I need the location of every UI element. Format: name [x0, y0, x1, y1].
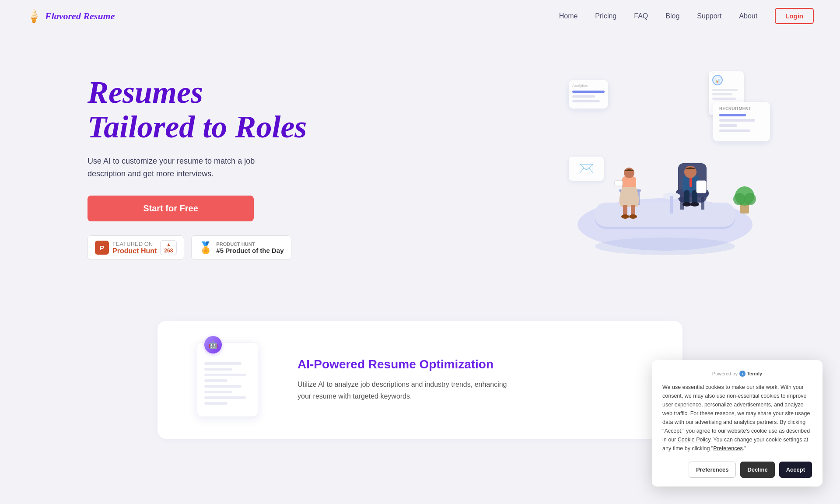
- nav-about[interactable]: About: [739, 12, 757, 20]
- badge-award-info: PRODUCT HUNT #5 Product of the Day: [216, 242, 284, 254]
- nav-links: Home Pricing FAQ Blog Support About Logi…: [559, 8, 814, 24]
- badge-upvote-count: ▲ 268: [160, 240, 177, 255]
- top-left-card: Analytics: [569, 80, 608, 108]
- resume-line-4: [204, 379, 228, 382]
- hero-section: Resumes Tailored to Roles Use AI to cust…: [0, 32, 840, 294]
- resume-line-2: [204, 368, 232, 371]
- badge-ph-info: FEATURED ON Product Hunt: [112, 241, 157, 255]
- svg-point-29: [744, 193, 756, 205]
- chart-circle: 📊: [712, 75, 723, 85]
- doc-lines: [712, 89, 740, 100]
- nav-home[interactable]: Home: [559, 12, 578, 20]
- accept-button[interactable]: Accept: [779, 462, 812, 478]
- resume-line-3: [204, 374, 246, 376]
- isometric-scene: 📊 RECRUITMENT ✉️: [560, 58, 779, 259]
- svg-point-24: [690, 202, 699, 206]
- feature-text: AI-Powered Resume Optimization Utilize A…: [298, 357, 516, 402]
- termly-icon: T: [739, 371, 746, 377]
- svg-rect-21: [684, 190, 690, 203]
- badge-featured-on: FEATURED ON: [112, 241, 157, 247]
- resume-line-8: [204, 402, 228, 405]
- brand-name: Flavored Resume: [45, 10, 115, 22]
- svg-point-23: [682, 202, 691, 206]
- award-badge[interactable]: 🏅 PRODUCT HUNT #5 Product of the Day: [191, 235, 291, 260]
- svg-rect-2: [595, 203, 735, 227]
- navbar: 🍦 Flavored Resume Home Pricing FAQ Blog …: [0, 0, 840, 32]
- svg-rect-9: [623, 205, 627, 216]
- cookie-buttons: Preferences Decline Accept: [662, 462, 812, 478]
- feature-description: Utilize AI to analyze job descriptions a…: [298, 378, 516, 402]
- medal-icon: 🏅: [199, 241, 213, 255]
- svg-rect-25: [696, 181, 706, 193]
- svg-rect-31: [670, 196, 673, 214]
- resume-line-5: [204, 385, 242, 388]
- hero-illustration: 📊 RECRUITMENT ✉️: [560, 58, 814, 277]
- feature-icon-area: 🤖: [184, 343, 271, 417]
- avatar-icon: 🤖: [204, 336, 222, 354]
- hero-content: Resumes Tailored to Roles Use AI to cust…: [88, 75, 307, 260]
- cookie-body-text: We use essential cookies to make our sit…: [662, 383, 812, 453]
- svg-point-28: [733, 193, 746, 205]
- decline-button[interactable]: Decline: [740, 462, 774, 478]
- resume-mockup: 🤖: [197, 343, 258, 417]
- upvote-arrow: ▲: [166, 242, 171, 248]
- hero-badges: P FEATURED ON Product Hunt ▲ 268 🏅 PRODU…: [88, 235, 307, 260]
- analytics-lines: [572, 91, 605, 102]
- resume-line-1: [204, 362, 242, 365]
- logo-icon: 🍦: [26, 9, 42, 23]
- nav-blog[interactable]: Blog: [665, 12, 679, 20]
- logo-link[interactable]: 🍦 Flavored Resume: [26, 9, 115, 23]
- resume-line-6: [204, 391, 232, 393]
- badge-award-label: PRODUCT HUNT: [216, 242, 284, 247]
- svg-rect-19: [690, 177, 692, 187]
- svg-point-11: [621, 214, 629, 219]
- product-hunt-badge[interactable]: P FEATURED ON Product Hunt ▲ 268: [88, 235, 184, 260]
- product-hunt-icon: P: [95, 241, 109, 255]
- nav-pricing[interactable]: Pricing: [595, 12, 616, 20]
- preferences-button[interactable]: Preferences: [689, 462, 736, 478]
- svg-point-8: [624, 168, 634, 178]
- feature-title: AI-Powered Resume Optimization: [298, 357, 516, 371]
- svg-text:T: T: [741, 372, 743, 376]
- resume-line-7: [204, 396, 246, 399]
- nav-faq[interactable]: FAQ: [634, 12, 648, 20]
- powered-by-label: Powered by T Termly: [662, 371, 812, 377]
- hero-title: Resumes Tailored to Roles: [88, 75, 307, 144]
- svg-point-12: [629, 214, 637, 219]
- resume-lines: [204, 362, 251, 405]
- svg-rect-17: [701, 197, 704, 210]
- feature-card: 🤖 AI-Powered Resume Optimization Utilize…: [158, 321, 682, 439]
- hero-subtitle: Use AI to customize your resume to match…: [88, 155, 271, 180]
- cookie-policy-link[interactable]: Cookie Policy: [678, 437, 710, 443]
- badge-product-hunt-name: Product Hunt: [112, 247, 157, 255]
- badge-award-name: #5 Product of the Day: [216, 247, 284, 254]
- nav-support[interactable]: Support: [697, 12, 721, 20]
- termly-branding: T Termly: [739, 371, 762, 377]
- cookie-banner: Powered by T Termly We use essential coo…: [652, 360, 822, 486]
- login-button[interactable]: Login: [775, 8, 814, 24]
- svg-rect-10: [631, 205, 635, 216]
- svg-rect-13: [615, 181, 623, 186]
- svg-point-3: [595, 238, 735, 255]
- platform-svg: [560, 119, 770, 259]
- preferences-link[interactable]: Preferences: [713, 445, 742, 452]
- start-for-free-button[interactable]: Start for Free: [88, 196, 254, 221]
